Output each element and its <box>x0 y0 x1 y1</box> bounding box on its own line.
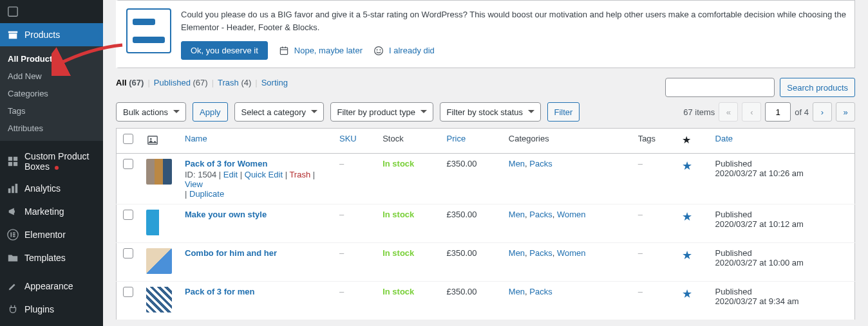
calendar-icon <box>278 44 290 57</box>
product-title-link[interactable]: Pack of 3 for men <box>185 287 254 296</box>
col-sku[interactable]: SKU <box>339 134 357 143</box>
smile-icon <box>372 44 385 57</box>
category-link[interactable]: Men <box>509 159 525 168</box>
svg-point-20 <box>375 46 383 55</box>
rate-already-link[interactable]: I already did <box>389 46 435 55</box>
stock-status: In stock <box>382 287 414 296</box>
rate-ok-button[interactable]: Ok, you deserve it <box>181 41 268 60</box>
row-checkbox[interactable] <box>123 287 133 297</box>
view-filters: All (67) | Published (67) | Trash (4) | … <box>116 78 288 87</box>
product-thumbnail[interactable] <box>146 159 172 185</box>
price-value: £350.00 <box>440 204 502 243</box>
sidebar-label: Products <box>24 30 60 40</box>
sidebar-item-users[interactable]: Users <box>0 321 103 326</box>
col-name[interactable]: Name <box>185 134 207 143</box>
row-checkbox[interactable] <box>123 248 133 258</box>
sidebar-item-marketing[interactable]: Marketing <box>0 200 103 223</box>
col-price[interactable]: Price <box>447 134 466 143</box>
category-filter-select[interactable]: Select a category <box>234 102 324 122</box>
svg-rect-9 <box>15 184 18 193</box>
folder-icon <box>6 251 19 264</box>
featured-toggle[interactable]: ★ <box>682 210 692 223</box>
edit-link[interactable]: Edit <box>223 170 238 179</box>
filter-button[interactable]: Filter <box>547 102 580 122</box>
product-thumbnail[interactable] <box>146 248 172 274</box>
product-title-link[interactable]: Make your own style <box>185 210 267 219</box>
view-published[interactable]: Published (67) <box>154 78 208 87</box>
submenu-all-products[interactable]: All Products <box>0 50 103 68</box>
stock-status: In stock <box>382 248 414 258</box>
submenu-attributes[interactable]: Attributes <box>0 120 103 137</box>
category-link[interactable]: Packs <box>529 248 552 258</box>
view-sorting[interactable]: Sorting <box>261 78 288 87</box>
stock-status: In stock <box>382 210 414 219</box>
page-input[interactable] <box>765 102 791 122</box>
rate-later-link[interactable]: Nope, maybe later <box>294 46 363 55</box>
category-link[interactable]: Packs <box>529 159 552 168</box>
publish-date: 2020/03/27 at 10:12 am <box>715 219 804 229</box>
prev-page-button[interactable]: ‹ <box>742 102 761 122</box>
col-tags: Tags <box>632 129 675 154</box>
sidebar-item-custom-boxes[interactable]: Custom Product Boxes <box>0 146 103 177</box>
search-input[interactable] <box>665 78 775 97</box>
publish-date: 2020/03/27 at 10:26 am <box>715 168 804 178</box>
product-title-link[interactable]: Combo for him and her <box>185 248 277 258</box>
category-link[interactable]: Men <box>509 210 525 219</box>
stock-status: In stock <box>382 159 414 168</box>
quick-edit-link[interactable]: Quick Edit <box>245 170 283 179</box>
featured-toggle[interactable]: ★ <box>682 287 692 300</box>
row-checkbox[interactable] <box>123 210 133 220</box>
category-link[interactable]: Women <box>557 210 586 219</box>
sidebar-item-blank[interactable] <box>0 0 103 23</box>
submenu-add-new[interactable]: Add New <box>0 68 103 85</box>
view-trash[interactable]: Trash (4) <box>218 78 251 87</box>
notice-text: Could you please do us a BIG favor and g… <box>181 8 847 33</box>
sku-value: – <box>339 287 344 296</box>
sidebar-item-templates[interactable]: Templates <box>0 246 103 269</box>
select-all-checkbox[interactable] <box>123 134 133 144</box>
product-title-link[interactable]: Pack of 3 for Women <box>185 159 267 168</box>
svg-rect-1 <box>8 32 17 33</box>
category-link[interactable]: Packs <box>529 287 552 296</box>
last-page-button[interactable]: » <box>836 102 855 122</box>
sidebar-item-elementor[interactable]: Elementor <box>0 223 103 246</box>
next-page-button[interactable]: › <box>813 102 832 122</box>
product-thumbnail[interactable] <box>146 287 172 312</box>
apply-button[interactable]: Apply <box>193 102 228 122</box>
trash-link[interactable]: Trash <box>289 170 310 179</box>
stock-filter-select[interactable]: Filter by stock status <box>440 102 541 122</box>
svg-rect-8 <box>12 186 14 193</box>
category-link[interactable]: Men <box>509 287 525 296</box>
duplicate-link[interactable]: Duplicate <box>189 189 224 199</box>
featured-toggle[interactable]: ★ <box>682 159 692 172</box>
svg-point-24 <box>150 138 152 140</box>
publish-status: Published <box>715 159 752 168</box>
category-link[interactable]: Women <box>557 248 586 258</box>
sidebar-item-analytics[interactable]: Analytics <box>0 177 103 200</box>
svg-rect-12 <box>13 232 15 233</box>
category-link[interactable]: Packs <box>529 210 552 219</box>
svg-rect-14 <box>13 236 15 237</box>
product-thumbnail[interactable] <box>146 210 172 235</box>
sidebar-item-products[interactable]: Products <box>0 23 103 46</box>
first-page-button[interactable]: « <box>719 102 738 122</box>
table-row: Combo for him and her – In stock £350.00… <box>117 243 855 282</box>
product-type-filter-select[interactable]: Filter by product type <box>330 102 433 122</box>
submenu-categories[interactable]: Categories <box>0 85 103 102</box>
price-value: £350.00 <box>440 282 502 320</box>
category-link[interactable]: Men <box>509 248 525 258</box>
products-table: Name SKU Stock Price Categories Tags ★ D… <box>116 128 855 320</box>
view-all[interactable]: All (67) <box>116 78 144 87</box>
sidebar-item-appearance[interactable]: Appearance <box>0 275 103 298</box>
view-link[interactable]: View <box>185 179 203 189</box>
bulk-actions-select[interactable]: Bulk actions <box>116 102 186 122</box>
archive-icon <box>6 28 19 41</box>
col-date[interactable]: Date <box>715 134 733 143</box>
submenu-tags[interactable]: Tags <box>0 102 103 120</box>
search-button[interactable]: Search products <box>780 78 855 97</box>
sidebar-item-plugins[interactable]: Plugins <box>0 298 103 321</box>
featured-toggle[interactable]: ★ <box>682 249 692 262</box>
table-row: Pack of 3 for men – In stock £350.00 Men… <box>117 282 855 320</box>
sidebar-label: Custom Product Boxes <box>24 151 97 172</box>
row-checkbox[interactable] <box>123 159 133 169</box>
